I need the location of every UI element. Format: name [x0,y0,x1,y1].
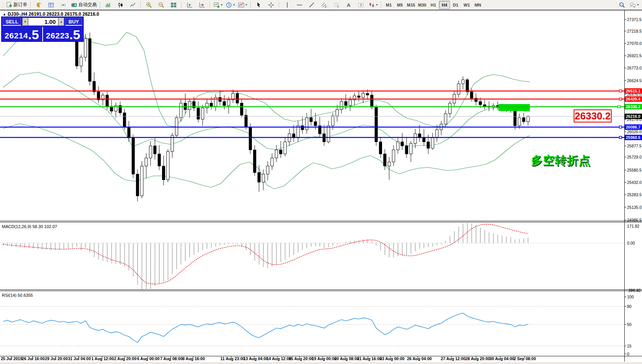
auto-scroll-button[interactable] [184,0,196,10]
candle-body [249,127,252,150]
sell-button[interactable]: SELL [3,18,21,26]
line-handle[interactable] [619,126,622,128]
price-chip-label: 26330.2 [626,104,640,109]
line-handle[interactable] [618,106,620,108]
toolbar-separator [141,2,141,8]
candlestick-chart-button[interactable] [114,0,127,10]
macd-max-label: 171.82 [627,224,639,228]
new-order-button[interactable]: 新订单 [5,0,29,10]
sell-price[interactable]: 26214.5 [2,27,42,41]
bar-chart-button[interactable] [102,0,114,10]
timeframe-button-m1[interactable]: M1 [383,1,394,9]
candle-body [141,166,143,196]
autotrade-button-label: 自动交易 [78,2,97,8]
line-handle[interactable] [619,136,622,139]
line-handle[interactable] [619,90,622,92]
candle-body [349,100,351,106]
candle-body [479,101,482,104]
dropdown-caret-icon[interactable]: ▾ [245,3,247,7]
cursor-button[interactable] [253,0,265,10]
timeframe-button-m5[interactable]: M5 [394,1,405,9]
dropdown-caret-icon[interactable]: ▾ [637,3,639,7]
buy-button[interactable]: BUY [65,18,82,26]
candle-body [366,93,369,95]
price-tick-label: 27371.5 [627,17,642,22]
volume-input[interactable]: 1.00 [28,18,58,26]
search-button[interactable] [616,0,628,10]
tile-windows-button[interactable] [167,0,180,10]
signals-button[interactable] [57,0,69,10]
text-label-button[interactable]: T [355,0,367,10]
sell-price-main: 26214 [5,31,28,40]
zoom-out-button[interactable] [155,0,167,10]
buy-price-main: 26223 [46,31,69,40]
vertical-line-button[interactable] [281,0,293,10]
text-button[interactable]: A [343,0,355,10]
crosshair-button[interactable] [265,0,277,10]
buy-price[interactable]: 26223.5 [43,27,84,41]
new-chart-button[interactable]: ▾ [212,0,224,10]
date-label: 20 Aug 08:00 [334,356,359,361]
svg-text:T: T [360,3,362,7]
timeframe-button-w1[interactable]: W1 [461,1,472,9]
autotrade-button[interactable]: 自动交易 [69,0,98,10]
market-watch-button[interactable] [33,0,45,10]
dropdown-caret-icon[interactable]: ▾ [233,3,235,7]
price-chip-label: 26086.7 [626,125,640,129]
timeframe-button-d1[interactable]: D1 [450,1,461,9]
price-tick-label: 25729.0 [627,155,642,159]
chart-shift-button[interactable] [196,0,208,10]
candle-body [271,158,273,166]
candle-body [314,122,317,126]
candle-body [245,115,247,127]
date-label: 11 Aug 23:00 [220,356,245,361]
toolbar-drag-handle[interactable] [2,2,4,8]
pivot-note-text[interactable]: 多空转折点 [531,153,591,169]
price-chip-label: 25960.5 [626,135,640,140]
line-chart-button[interactable] [127,0,139,10]
channel-button[interactable]: E [318,0,330,10]
candle-body [223,101,226,106]
dropdown-caret-icon[interactable]: ▾ [376,3,377,7]
line-handle[interactable] [619,98,622,100]
volume-increase-button[interactable]: ▲ [58,18,64,26]
timeframe-button-h4[interactable]: H4 [439,1,450,9]
date-label: 2 Sep 08:00 [514,356,536,361]
dropdown-caret-icon[interactable]: ▾ [221,3,222,7]
period-button[interactable]: ▾ [224,0,237,10]
price-chip-label: 26216.0 [626,114,640,119]
chart-line-icon [130,2,136,8]
arrows-button[interactable]: ▾ [367,0,379,10]
horizontal-line-button[interactable] [293,0,306,10]
zoom-in-icon [146,2,152,8]
timeframe-button-m30[interactable]: M30 [417,1,428,9]
highlight-rectangle[interactable] [498,104,530,111]
date-label: 21 Aug 16:00 [357,356,382,361]
data-window-button[interactable] [45,0,57,10]
date-label: 8 Aug 16:00 [182,356,205,361]
timeframe-button-mn[interactable]: MN [472,1,483,9]
candle-body [522,117,525,122]
volume-decrease-button[interactable]: ▼ [22,18,28,26]
date-label: 1 Aug 12:00 [91,356,114,361]
arrows-icon [369,2,375,8]
price-tick-label: 26921.5 [627,53,642,58]
chart-title-text: DJ30-,H4 26191.0 26223.0 26175.0 26216.0 [8,12,99,17]
market-watch-icon [36,2,42,8]
candle-body [180,103,182,118]
zoom-in-button[interactable] [143,0,155,10]
timeframe-button-m15[interactable]: M15 [405,1,417,9]
zoom-out-icon [158,2,164,8]
fibonacci-button[interactable]: F [330,0,343,10]
price-callout-box[interactable]: 26330.2 [574,109,612,122]
candle-body [93,81,96,92]
profile-button[interactable]: ▾ [237,0,249,10]
trendline-button[interactable] [306,0,318,10]
chat-button[interactable]: ▾ [628,0,640,10]
candle-body [397,142,399,150]
timeframe-button-h1[interactable]: H1 [428,1,439,9]
price-tick-label: 26026.0 [627,129,642,134]
candle-body [136,174,139,196]
price-tick-label: 25283.5 [627,192,642,197]
collapse-triangle-icon[interactable]: ▲ [3,12,6,16]
